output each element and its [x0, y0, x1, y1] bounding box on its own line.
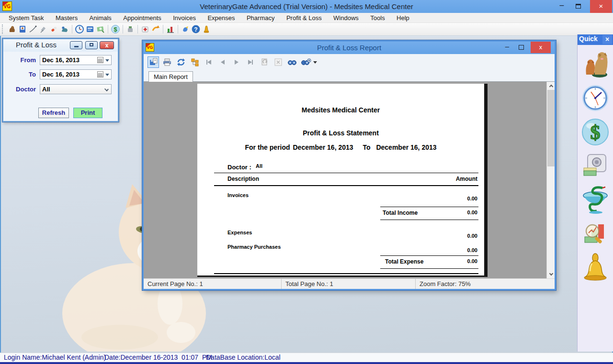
- menu-masters[interactable]: Masters: [51, 13, 82, 23]
- report-title: Profit & Loss Statement: [197, 129, 484, 137]
- toolbar-separator: [123, 25, 123, 33]
- dialog-close-button[interactable]: x: [100, 41, 114, 49]
- vaccination-icon[interactable]: [38, 24, 49, 34]
- quick-alerts-bell-icon[interactable]: [581, 254, 610, 282]
- purchases-icon[interactable]: [140, 24, 150, 34]
- group-tree-icon[interactable]: [189, 56, 201, 68]
- quick-safe-icon[interactable]: [581, 152, 610, 180]
- export-report-icon[interactable]: [148, 56, 159, 68]
- main-report-tab[interactable]: Main Report: [148, 71, 193, 82]
- expenses-icon[interactable]: $: [110, 24, 121, 34]
- menu-help[interactable]: Help: [392, 13, 414, 23]
- quick-panel-close-button[interactable]: ×: [602, 35, 612, 44]
- print-button[interactable]: Print: [73, 108, 102, 118]
- dialog-title: Profit & Loss: [16, 41, 57, 49]
- report-period: For the period December 16, 2013 To Dece…: [197, 143, 484, 151]
- report-doctor-label: Doctor :: [227, 164, 251, 171]
- scrollbar-thumb[interactable]: [547, 90, 555, 166]
- report-doctor-value: All: [256, 163, 262, 169]
- toolbar-separator: [72, 25, 72, 33]
- dropdown-caret-icon[interactable]: [105, 74, 109, 76]
- returns-icon[interactable]: [150, 24, 161, 34]
- scroll-down-arrow[interactable]: [547, 270, 555, 278]
- quick-pharmacy-icon[interactable]: [581, 186, 610, 214]
- last-page-icon[interactable]: [245, 56, 256, 68]
- report-page: Medsites Medical Center Profit & Loss St…: [197, 84, 488, 277]
- report-close-button[interactable]: x: [531, 42, 551, 53]
- reports-icon[interactable]: [165, 24, 176, 34]
- row-label: Invoices: [227, 192, 249, 198]
- maximize-icon: [90, 43, 93, 46]
- report-titlebar: VG Profit & Loss Report – x: [144, 42, 555, 54]
- close-button[interactable]: ×: [590, 0, 612, 13]
- invoices-icon[interactable]: [85, 24, 95, 34]
- menu-pharmacy[interactable]: Pharmacy: [242, 13, 280, 23]
- payments-icon[interactable]: [95, 24, 106, 34]
- masters-icon[interactable]: [17, 24, 28, 34]
- report-viewer: Medsites Medical Center Profit & Loss St…: [144, 82, 555, 278]
- menu-animals[interactable]: Animals: [85, 13, 116, 23]
- from-date-value: Dec 16, 2013: [42, 56, 79, 64]
- report-company: Medsites Medical Center: [197, 106, 484, 114]
- pharmacy-icon[interactable]: [125, 24, 136, 34]
- alerts-icon[interactable]: [201, 24, 212, 34]
- calendar-icon[interactable]: [97, 57, 103, 63]
- dialog-minimize-button[interactable]: [70, 41, 82, 49]
- login-name-status: Login Name:Michael Kent (Admin): [4, 353, 106, 361]
- menu-expenses[interactable]: Expenses: [203, 13, 239, 23]
- dropdown-caret-icon[interactable]: [105, 59, 109, 62]
- close-view-icon[interactable]: [272, 56, 284, 68]
- lab-icon[interactable]: [180, 24, 191, 34]
- svg-text:$: $: [114, 26, 117, 33]
- quick-pets-icon[interactable]: [581, 50, 610, 78]
- toolbar-grip[interactable]: [2, 24, 4, 34]
- help-icon[interactable]: ?: [191, 24, 201, 34]
- from-date-field[interactable]: Dec 16, 2013: [40, 55, 112, 65]
- scroll-up-arrow[interactable]: [547, 82, 555, 90]
- first-page-icon[interactable]: [203, 56, 215, 68]
- goto-page-icon[interactable]: [259, 56, 270, 68]
- menu-tools[interactable]: Tools: [365, 13, 389, 23]
- grooming-icon[interactable]: [28, 24, 38, 34]
- dialog-maximize-button[interactable]: [85, 41, 98, 49]
- report-toolbar: [144, 54, 555, 70]
- report-maximize-button[interactable]: [515, 42, 528, 53]
- animals-icon[interactable]: [7, 24, 17, 34]
- svg-text:?: ?: [194, 26, 197, 33]
- svg-text:$: $: [590, 121, 601, 143]
- maximize-button[interactable]: [571, 0, 585, 13]
- find-icon[interactable]: [286, 56, 298, 68]
- doctor-select[interactable]: All: [40, 84, 112, 94]
- period-prefix: For the period: [245, 143, 290, 151]
- menu-appointments[interactable]: Appointments: [118, 13, 166, 23]
- zoom-dropdown-caret[interactable]: [313, 61, 317, 64]
- print-report-icon[interactable]: [161, 56, 173, 68]
- doctor-label: Doctor: [3, 86, 36, 93]
- refresh-button[interactable]: Refresh: [38, 108, 69, 118]
- profit-loss-report-window: VG Profit & Loss Report – x Main Report …: [142, 40, 556, 290]
- menu-windows[interactable]: Windows: [329, 13, 363, 23]
- vertical-scrollbar[interactable]: [546, 82, 555, 278]
- calendar-icon[interactable]: [97, 71, 103, 77]
- boarding-icon[interactable]: [59, 24, 70, 34]
- medication-icon[interactable]: [49, 24, 59, 34]
- row-label: Total Expense: [385, 258, 423, 265]
- to-date-field[interactable]: Dec 16, 2013: [40, 69, 112, 79]
- col-amount: Amount: [456, 176, 477, 182]
- report-minimize-button[interactable]: –: [501, 42, 513, 53]
- quick-clock-icon[interactable]: [581, 84, 610, 112]
- menu-system-task[interactable]: System Task: [4, 13, 48, 23]
- prev-page-icon[interactable]: [217, 56, 228, 68]
- quick-money-icon[interactable]: $: [581, 118, 610, 146]
- minimize-button[interactable]: –: [555, 0, 569, 13]
- quick-reports-icon[interactable]: [581, 220, 610, 248]
- maximize-icon: [576, 4, 581, 9]
- menu-invoices[interactable]: Invoices: [168, 13, 201, 23]
- next-page-icon[interactable]: [231, 56, 242, 68]
- zoom-icon[interactable]: [300, 56, 312, 68]
- row-amount: 0.00: [467, 210, 477, 215]
- menu-profit-loss[interactable]: Profit & Loss: [282, 13, 327, 23]
- refresh-report-icon[interactable]: [175, 56, 187, 68]
- appointments-icon[interactable]: [74, 24, 85, 34]
- to-label: To: [3, 71, 36, 78]
